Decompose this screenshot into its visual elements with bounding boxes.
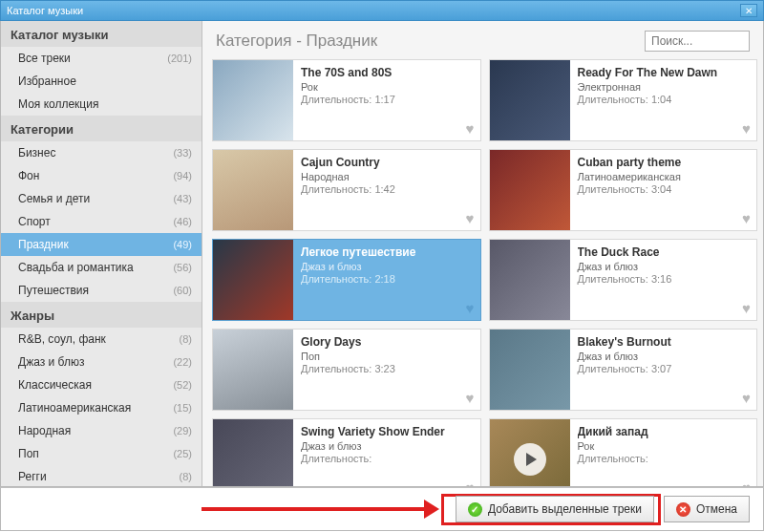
close-button[interactable]: ✕ <box>740 4 757 17</box>
track-genre: Поп <box>301 351 473 362</box>
track-title: Cuban party theme <box>578 156 750 169</box>
track-card[interactable]: Swing Variety Show EnderДжаз и блюзДлите… <box>212 418 481 486</box>
track-card[interactable]: Glory DaysПопДлительность: 3:23♥ <box>212 329 481 411</box>
sidebar-item[interactable]: Классическая(52) <box>1 373 202 396</box>
track-title: Дикий запад <box>578 425 750 438</box>
sidebar-item[interactable]: Регги(8) <box>1 465 202 486</box>
track-duration: Длительность: 1:04 <box>578 94 750 105</box>
track-duration: Длительность: 3:07 <box>578 363 750 374</box>
sidebar-item[interactable]: Избранное <box>1 70 202 93</box>
track-thumbnail <box>213 60 293 140</box>
favorite-icon[interactable]: ♥ <box>466 210 475 226</box>
favorite-icon[interactable]: ♥ <box>742 390 751 406</box>
sidebar-item[interactable]: Свадьба и романтика(56) <box>1 256 202 279</box>
track-duration: Длительность: 2:18 <box>301 273 473 285</box>
track-card-body: Glory DaysПопДлительность: 3:23 <box>293 330 480 410</box>
track-card[interactable]: Cajun CountryНароднаяДлительность: 1:42♥ <box>212 149 481 231</box>
track-thumbnail <box>213 150 293 230</box>
sidebar-item[interactable]: Бизнес(33) <box>1 141 202 164</box>
track-genre: Народная <box>301 171 473 182</box>
sidebar-item[interactable]: Поп(25) <box>1 442 202 465</box>
main-panel: Категория - Праздник The 70S and 80SРокД… <box>202 21 763 486</box>
sidebar: Каталог музыкиВсе треки(201)ИзбранноеМоя… <box>1 21 202 486</box>
sidebar-item[interactable]: R&B, соул, фанк(8) <box>1 328 202 351</box>
track-card[interactable]: Легкое путешествиеДжаз и блюзДлительност… <box>212 239 481 321</box>
favorite-icon[interactable]: ♥ <box>466 390 475 406</box>
sidebar-item-label: Народная <box>18 424 71 437</box>
sidebar-item-label: Семья и дети <box>18 192 90 205</box>
sidebar-item[interactable]: Спорт(46) <box>1 210 202 233</box>
sidebar-item[interactable]: Моя коллекция <box>1 93 202 116</box>
track-thumbnail <box>490 419 570 486</box>
track-card[interactable]: The 70S and 80SРокДлительность: 1:17♥ <box>212 59 481 141</box>
track-thumbnail <box>213 330 293 410</box>
track-thumbnail <box>490 150 570 230</box>
sidebar-item-count: (94) <box>173 170 192 181</box>
favorite-icon[interactable]: ♥ <box>742 300 751 316</box>
sidebar-item[interactable]: Народная(29) <box>1 419 202 442</box>
track-duration: Длительность: 1:17 <box>301 94 473 105</box>
sidebar-item-label: Праздник <box>18 238 69 251</box>
cancel-label: Отмена <box>696 502 737 516</box>
cancel-button[interactable]: ✕ Отмена <box>664 496 750 522</box>
track-genre: Рок <box>301 81 473 93</box>
track-card-body: Дикий западРокДлительность: <box>570 419 757 486</box>
annotation-arrow <box>202 507 426 511</box>
sidebar-item[interactable]: Джаз и блюз(22) <box>1 351 202 373</box>
track-title: The Duck Race <box>578 245 750 259</box>
track-title: Swing Variety Show Ender <box>301 425 473 438</box>
sidebar-item-count: (33) <box>173 147 192 159</box>
play-icon[interactable] <box>514 443 546 476</box>
track-duration: Длительность: <box>578 453 750 464</box>
footer: ✓ Добавить выделенные треки ✕ Отмена <box>0 487 764 531</box>
track-thumbnail <box>490 240 570 320</box>
sidebar-item-count: (29) <box>173 425 192 436</box>
sidebar-item-label: Путешествия <box>18 284 89 297</box>
track-card-body: The Duck RaceДжаз и блюзДлительность: 3:… <box>570 240 757 320</box>
sidebar-item-label: Поп <box>18 447 39 460</box>
sidebar-item[interactable]: Фон(94) <box>1 164 202 187</box>
sidebar-item-count: (201) <box>167 53 192 64</box>
sidebar-item-count: (52) <box>173 379 192 391</box>
track-grid-scroll[interactable]: The 70S and 80SРокДлительность: 1:17♥Rea… <box>202 59 763 486</box>
sidebar-item[interactable]: Путешествия(60) <box>1 279 202 302</box>
track-thumbnail <box>213 419 293 486</box>
sidebar-item[interactable]: Латиноамериканская(15) <box>1 396 202 419</box>
sidebar-item[interactable]: Все треки(201) <box>1 47 202 70</box>
track-genre: Джаз и блюз <box>301 440 473 452</box>
sidebar-item-label: Свадьба и романтика <box>18 261 134 274</box>
add-selected-button[interactable]: ✓ Добавить выделенные треки <box>456 496 654 522</box>
search-input[interactable] <box>645 31 750 52</box>
track-genre: Рок <box>578 440 750 452</box>
track-card[interactable]: The Duck RaceДжаз и блюзДлительность: 3:… <box>489 239 758 321</box>
ok-icon: ✓ <box>468 502 482 517</box>
category-heading: Категория - Праздник <box>216 32 377 51</box>
track-card[interactable]: Blakey's BurnoutДжаз и блюзДлительность:… <box>489 329 758 411</box>
track-card-body: Cajun CountryНароднаяДлительность: 1:42 <box>293 150 480 230</box>
sidebar-item-label: Моя коллекция <box>18 97 98 111</box>
favorite-icon[interactable]: ♥ <box>466 300 475 316</box>
sidebar-item-count: (43) <box>173 193 192 204</box>
track-card[interactable]: Дикий западРокДлительность: ♥ <box>489 418 758 486</box>
favorite-icon[interactable]: ♥ <box>466 479 475 486</box>
track-genre: Джаз и блюз <box>578 261 750 272</box>
track-card[interactable]: Cuban party themeЛатиноамериканскаяДлите… <box>489 149 758 231</box>
track-card-body: Swing Variety Show EnderДжаз и блюзДлите… <box>293 419 480 486</box>
favorite-icon[interactable]: ♥ <box>742 120 751 137</box>
favorite-icon[interactable]: ♥ <box>742 210 751 226</box>
track-card-body: Ready For The New DawnЭлектроннаяДлитель… <box>570 60 757 140</box>
sidebar-item-count: (25) <box>173 448 192 459</box>
track-card[interactable]: Ready For The New DawnЭлектроннаяДлитель… <box>489 59 758 141</box>
sidebar-item-label: Регги <box>18 470 47 483</box>
track-duration: Длительность: 1:42 <box>301 183 473 195</box>
track-title: Cajun Country <box>301 156 473 169</box>
sidebar-item[interactable]: Праздник(49) <box>1 233 202 256</box>
favorite-icon[interactable]: ♥ <box>466 120 475 137</box>
track-duration: Длительность: <box>301 453 473 464</box>
sidebar-item-label: Избранное <box>18 74 76 88</box>
window-title: Каталог музыки <box>7 5 83 16</box>
sidebar-item[interactable]: Семья и дети(43) <box>1 187 202 210</box>
sidebar-item-count: (46) <box>173 216 192 227</box>
sidebar-item-label: R&B, соул, фанк <box>18 332 106 346</box>
favorite-icon[interactable]: ♥ <box>742 479 751 486</box>
